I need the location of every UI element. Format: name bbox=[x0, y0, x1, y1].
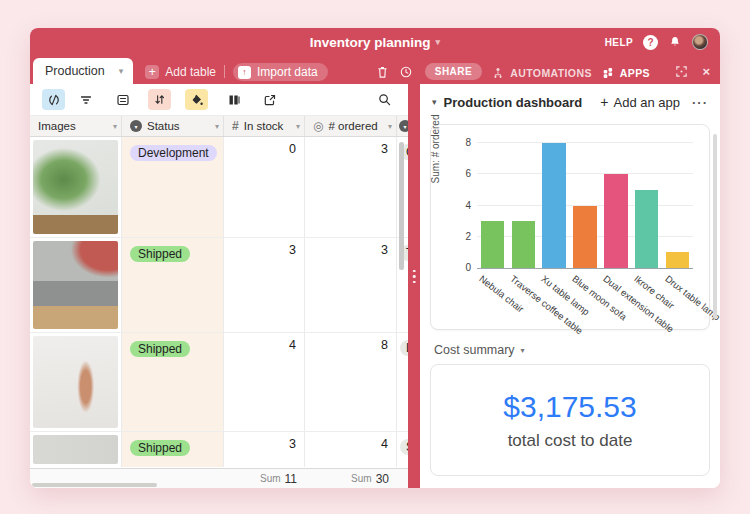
app-bar: Inventory planning ▾ HELP ? bbox=[30, 28, 720, 56]
column-label: Status bbox=[147, 120, 180, 132]
history-icon[interactable] bbox=[399, 65, 413, 79]
chart-bar bbox=[573, 206, 596, 269]
cell-image[interactable] bbox=[30, 137, 122, 237]
column-label: Images bbox=[38, 120, 76, 132]
cell-image[interactable] bbox=[30, 432, 122, 467]
horizontal-scrollbar[interactable] bbox=[32, 483, 157, 487]
cell-image[interactable] bbox=[30, 238, 122, 332]
cell-in-stock[interactable]: 4 bbox=[224, 333, 305, 431]
cost-summary-header[interactable]: Cost summary ▾ bbox=[434, 343, 708, 357]
panel-scrollbar[interactable] bbox=[713, 134, 717, 319]
sum-label: Sum bbox=[351, 473, 372, 484]
chevron-down-icon: ▾ bbox=[296, 122, 300, 131]
summary-in-stock[interactable]: Sum 11 bbox=[224, 469, 305, 488]
apps-button[interactable]: APPS bbox=[602, 67, 650, 79]
overflow-menu-icon[interactable]: ··· bbox=[692, 95, 708, 110]
add-table-button[interactable]: + Add table bbox=[145, 65, 216, 79]
add-an-app-button[interactable]: + Add an app bbox=[600, 94, 680, 110]
cell-ordered[interactable]: 3 bbox=[305, 137, 397, 237]
summary-ordered[interactable]: Sum 30 bbox=[305, 469, 397, 488]
user-avatar[interactable] bbox=[692, 34, 708, 50]
table-row: Shipped 3 4 S bbox=[30, 432, 408, 467]
base-title-text: Inventory planning bbox=[310, 35, 431, 50]
chevron-down-icon: ▾ bbox=[215, 122, 219, 131]
main-content: Images ▾ ▾ Status ▾ # In stock ▾ ◎ # ord… bbox=[30, 84, 720, 488]
status-badge: Shipped bbox=[130, 440, 190, 456]
cell-status[interactable]: Shipped bbox=[122, 333, 224, 431]
total-cost-caption: total cost to date bbox=[508, 431, 633, 451]
column-header-images[interactable]: Images ▾ bbox=[30, 116, 122, 136]
dashboard-title: Production dashboard bbox=[444, 95, 583, 110]
cell-in-stock[interactable]: 3 bbox=[224, 432, 305, 467]
drag-handle-icon[interactable] bbox=[413, 270, 416, 284]
chart-x-labels: Nebula chairTraverse coffee tableXu tabl… bbox=[477, 271, 693, 329]
import-data-label: Import data bbox=[257, 65, 318, 79]
question-icon[interactable]: ? bbox=[643, 35, 658, 50]
table-scrollbar[interactable] bbox=[399, 142, 404, 270]
share-button[interactable]: SHARE bbox=[425, 63, 483, 80]
cell-status[interactable]: Development bbox=[122, 137, 224, 237]
table-row: Shipped 4 8 L bbox=[30, 333, 408, 432]
color-icon[interactable] bbox=[185, 89, 208, 110]
help-button[interactable]: HELP bbox=[605, 37, 633, 48]
cell-cropped[interactable]: S bbox=[397, 432, 408, 467]
single-select-icon: ▾ bbox=[399, 120, 408, 132]
chevron-down-icon: ▾ bbox=[113, 122, 117, 131]
tab-production[interactable]: Production ▾ bbox=[33, 58, 133, 84]
table-tab-bar: Production ▾ + Add table ↑ Import data S… bbox=[30, 56, 720, 84]
base-title[interactable]: Inventory planning ▾ bbox=[310, 35, 440, 50]
page: { "theme": { "red": "#d24b5c", "status_c… bbox=[0, 0, 750, 514]
view-toolbar bbox=[30, 84, 408, 116]
cell-cropped[interactable]: L bbox=[397, 333, 408, 431]
plus-icon: + bbox=[600, 94, 608, 110]
automations-icon bbox=[492, 67, 504, 79]
add-an-app-label: Add an app bbox=[613, 95, 680, 110]
summary-row: Sum 11 Sum 30 bbox=[30, 468, 408, 488]
apps-panel: ▾ Production dashboard + Add an app ··· … bbox=[420, 84, 720, 488]
panel-resize-divider[interactable] bbox=[408, 84, 420, 488]
trash-icon[interactable] bbox=[376, 65, 389, 79]
close-icon[interactable]: × bbox=[702, 65, 710, 78]
tab-production-label: Production bbox=[45, 64, 105, 78]
cell-in-stock[interactable]: 3 bbox=[224, 238, 305, 332]
total-cost-value: $3,175.53 bbox=[503, 390, 636, 424]
column-header-ordered[interactable]: ◎ # ordered ▾ bbox=[305, 116, 397, 136]
column-label: # ordered bbox=[328, 120, 377, 132]
chart-plot: 02468 bbox=[477, 143, 693, 269]
cell-status[interactable]: Shipped bbox=[122, 432, 224, 467]
table-row: Development 0 3 C bbox=[30, 137, 408, 238]
cell-in-stock[interactable]: 0 bbox=[224, 137, 305, 237]
import-data-button[interactable]: ↑ Import data bbox=[233, 63, 328, 81]
search-icon[interactable] bbox=[373, 89, 396, 110]
sort-icon[interactable] bbox=[148, 89, 171, 110]
product-photo bbox=[33, 435, 118, 464]
apps-icon bbox=[602, 67, 614, 79]
apps-panel-header: ▾ Production dashboard + Add an app ··· bbox=[420, 84, 720, 120]
automations-button[interactable]: AUTOMATIONS bbox=[492, 67, 592, 79]
cell-ordered[interactable]: 8 bbox=[305, 333, 397, 431]
cell-status[interactable]: Shipped bbox=[122, 238, 224, 332]
group-icon[interactable] bbox=[111, 89, 134, 110]
upload-icon: ↑ bbox=[238, 66, 251, 79]
chart-bar bbox=[542, 143, 565, 268]
bell-icon[interactable] bbox=[668, 35, 682, 49]
cell-ordered[interactable]: 4 bbox=[305, 432, 397, 467]
cell-image[interactable] bbox=[30, 333, 122, 431]
status-badge: Development bbox=[130, 145, 217, 161]
filter-icon[interactable] bbox=[74, 89, 97, 110]
chart-y-tick: 2 bbox=[453, 231, 471, 242]
row-height-icon[interactable] bbox=[222, 89, 245, 110]
column-header-in-stock[interactable]: # In stock ▾ bbox=[224, 116, 305, 136]
chart-y-tick: 8 bbox=[453, 137, 471, 148]
chart-y-axis-label: Sum: # ordered bbox=[430, 89, 441, 209]
column-header-cropped[interactable]: ▾ bbox=[397, 116, 408, 136]
share-view-icon[interactable] bbox=[258, 89, 281, 110]
cost-summary-card: $3,175.53 total cost to date bbox=[430, 364, 710, 476]
cell-ordered[interactable]: 3 bbox=[305, 238, 397, 332]
chart-bar bbox=[512, 221, 535, 268]
chart-app-card: Sum: # ordered 02468 Nebula chairTravers… bbox=[430, 124, 710, 330]
sum-value: 30 bbox=[376, 472, 389, 486]
column-header-status[interactable]: ▾ Status ▾ bbox=[122, 116, 224, 136]
hide-fields-icon[interactable] bbox=[42, 89, 65, 110]
expand-icon[interactable] bbox=[675, 65, 688, 78]
